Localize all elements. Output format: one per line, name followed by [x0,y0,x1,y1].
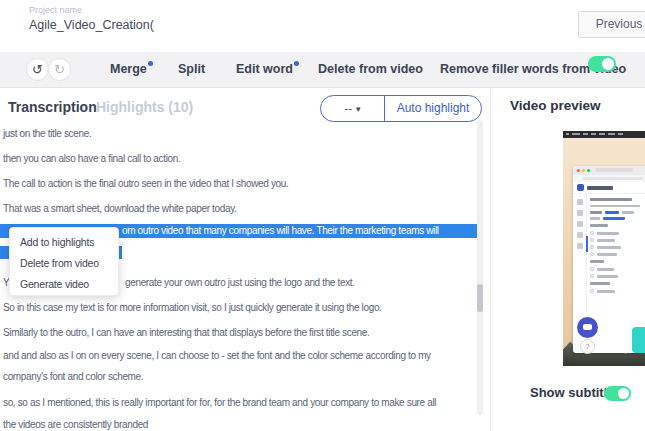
help-icon: ? [580,339,595,354]
tab-highlights[interactable]: Highlights (10) [96,99,193,115]
highlight-dropdown[interactable]: --▾ [321,96,385,121]
undo-icon[interactable]: ↺ [26,58,49,81]
transcript-line[interactable]: The call to action is the final outro se… [3,178,288,189]
split-button[interactable]: Split [178,62,205,76]
highlight-controls: --▾ Auto highlight [320,95,482,122]
context-menu: Add to highlights Delete from video Gene… [9,227,119,296]
sidebar-active-indicator [586,236,588,252]
scrollbar-track[interactable] [477,120,483,415]
pictory-wordmark [587,186,613,190]
transcript-line[interactable]: company's font and color scheme. [3,371,143,382]
transcript-line[interactable]: just on the title scene. [3,128,91,139]
teal-action-button [632,327,645,353]
project-name-label: Project name [29,5,82,15]
merge-label: Merge [110,62,147,76]
chat-widget-icon [577,317,598,338]
transcript-line[interactable]: That was a smart sheet, download the whi… [3,203,237,214]
transcript-line-rest: generate your own outro just using the l… [125,277,355,288]
info-badge-icon [148,61,153,66]
auto-highlight-button[interactable]: Auto highlight [385,96,481,121]
video-preview-thumbnail[interactable]: ? [563,131,645,366]
browser-titlebar [573,166,645,175]
scrollbar-thumb[interactable] [477,284,483,312]
tab-transcription[interactable]: Transcription [8,99,97,115]
transcript-line[interactable]: Similarly to the outro, I can have an in… [3,327,369,338]
transcript-line[interactable]: so, so as I mentioned, this is really im… [3,397,436,408]
merge-button[interactable]: Merge [110,62,153,76]
show-subtitles-toggle[interactable] [604,386,631,401]
app-window: Project name Agile_Video_Creation( Previ… [0,0,645,431]
redo-icon[interactable]: ↻ [48,58,71,81]
project-name-value[interactable]: Agile_Video_Creation( [29,18,154,32]
transcript-line[interactable]: the videos are consistently branded [3,419,148,430]
transcript-line[interactable]: then you can also have a final call to a… [3,153,180,164]
mac-menubar [563,131,645,138]
transcript-line[interactable]: and and also as I on on every scene, I c… [3,350,431,361]
pictory-app-header [573,182,645,194]
remove-filler-toggle[interactable] [588,56,616,72]
info-badge-icon [294,61,299,66]
edit-word-label: Edit word [236,62,293,76]
toolbar: ↺ ↻ Merge Split Edit word Delete from vi… [0,52,645,88]
browser-addressbar [573,175,645,182]
video-preview-title: Video preview [510,98,601,113]
menu-item-delete-from-video[interactable]: Delete from video [10,253,118,274]
pictory-logo [577,184,584,191]
toggle-knob [618,388,629,399]
toggle-knob [602,58,614,70]
edit-word-button[interactable]: Edit word [236,62,299,76]
chevron-down-icon: ▾ [356,104,361,114]
panel-divider [490,88,491,431]
dropdown-value: -- [345,102,352,114]
menu-item-add-to-highlights[interactable]: Add to highlights [10,232,118,253]
transcript-line[interactable]: So in this case my text is for more info… [3,302,382,313]
menu-item-generate-video[interactable]: Generate video [10,274,118,295]
delete-from-video-button[interactable]: Delete from video [318,62,423,76]
previous-button[interactable]: Previous [578,11,645,38]
